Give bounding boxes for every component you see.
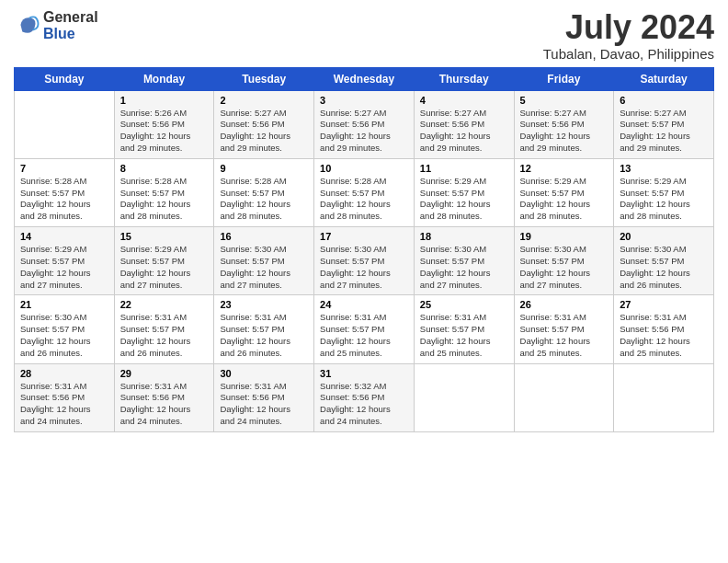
calendar-week-row: 14Sunrise: 5:29 AM Sunset: 5:57 PM Dayli… xyxy=(15,227,714,295)
calendar-cell: 9Sunrise: 5:28 AM Sunset: 5:57 PM Daylig… xyxy=(214,158,314,226)
day-info: Sunrise: 5:31 AM Sunset: 5:57 PM Dayligh… xyxy=(420,312,508,359)
calendar-cell: 14Sunrise: 5:29 AM Sunset: 5:57 PM Dayli… xyxy=(15,227,115,295)
calendar-cell: 5Sunrise: 5:27 AM Sunset: 5:56 PM Daylig… xyxy=(514,90,614,158)
day-info: Sunrise: 5:31 AM Sunset: 5:57 PM Dayligh… xyxy=(220,312,308,359)
calendar-header-cell: Sunday xyxy=(15,67,115,90)
day-number: 4 xyxy=(420,95,508,106)
day-info: Sunrise: 5:30 AM Sunset: 5:57 PM Dayligh… xyxy=(420,244,508,291)
calendar-body: 1Sunrise: 5:26 AM Sunset: 5:56 PM Daylig… xyxy=(15,90,714,431)
day-info: Sunrise: 5:28 AM Sunset: 5:57 PM Dayligh… xyxy=(320,176,408,223)
calendar-cell: 17Sunrise: 5:30 AM Sunset: 5:57 PM Dayli… xyxy=(314,227,415,295)
day-number: 30 xyxy=(220,368,308,379)
day-info: Sunrise: 5:26 AM Sunset: 5:56 PM Dayligh… xyxy=(120,108,209,155)
logo-text: General Blue xyxy=(43,9,98,42)
day-number: 27 xyxy=(620,299,708,310)
day-info: Sunrise: 5:30 AM Sunset: 5:57 PM Dayligh… xyxy=(520,244,609,291)
day-number: 16 xyxy=(220,231,308,242)
calendar-cell: 18Sunrise: 5:30 AM Sunset: 5:57 PM Dayli… xyxy=(414,227,514,295)
calendar-cell: 1Sunrise: 5:26 AM Sunset: 5:56 PM Daylig… xyxy=(114,90,214,158)
day-info: Sunrise: 5:28 AM Sunset: 5:57 PM Dayligh… xyxy=(120,176,209,223)
day-info: Sunrise: 5:29 AM Sunset: 5:57 PM Dayligh… xyxy=(20,244,108,291)
day-number: 12 xyxy=(520,163,609,174)
main-title: July 2024 xyxy=(543,9,714,46)
day-number: 31 xyxy=(320,368,408,379)
day-info: Sunrise: 5:31 AM Sunset: 5:56 PM Dayligh… xyxy=(620,312,708,359)
calendar-cell xyxy=(514,363,614,431)
day-number: 20 xyxy=(620,231,708,242)
logo: General Blue xyxy=(14,9,98,42)
day-number: 9 xyxy=(220,163,308,174)
day-info: Sunrise: 5:27 AM Sunset: 5:56 PM Dayligh… xyxy=(420,108,508,155)
day-number: 21 xyxy=(20,299,108,310)
calendar-header-cell: Wednesday xyxy=(314,67,415,90)
day-number: 15 xyxy=(120,231,209,242)
day-info: Sunrise: 5:27 AM Sunset: 5:56 PM Dayligh… xyxy=(520,108,609,155)
day-info: Sunrise: 5:28 AM Sunset: 5:57 PM Dayligh… xyxy=(220,176,308,223)
calendar-header-row: SundayMondayTuesdayWednesdayThursdayFrid… xyxy=(15,67,714,90)
title-block: July 2024 Tubalan, Davao, Philippines xyxy=(543,9,714,62)
day-info: Sunrise: 5:27 AM Sunset: 5:57 PM Dayligh… xyxy=(620,108,708,155)
calendar-cell: 21Sunrise: 5:30 AM Sunset: 5:57 PM Dayli… xyxy=(15,295,115,363)
calendar-cell: 16Sunrise: 5:30 AM Sunset: 5:57 PM Dayli… xyxy=(214,227,314,295)
page-container: General Blue July 2024 Tubalan, Davao, P… xyxy=(0,0,728,442)
calendar-cell: 7Sunrise: 5:28 AM Sunset: 5:57 PM Daylig… xyxy=(15,158,115,226)
day-info: Sunrise: 5:31 AM Sunset: 5:57 PM Dayligh… xyxy=(320,312,408,359)
calendar-cell xyxy=(614,363,714,431)
calendar-cell: 24Sunrise: 5:31 AM Sunset: 5:57 PM Dayli… xyxy=(314,295,415,363)
day-info: Sunrise: 5:30 AM Sunset: 5:57 PM Dayligh… xyxy=(20,312,108,359)
calendar-header-cell: Thursday xyxy=(414,67,514,90)
day-number: 17 xyxy=(320,231,408,242)
calendar-cell xyxy=(15,90,115,158)
header: General Blue July 2024 Tubalan, Davao, P… xyxy=(14,9,714,62)
calendar-week-row: 7Sunrise: 5:28 AM Sunset: 5:57 PM Daylig… xyxy=(15,158,714,226)
day-info: Sunrise: 5:27 AM Sunset: 5:56 PM Dayligh… xyxy=(320,108,408,155)
day-info: Sunrise: 5:28 AM Sunset: 5:57 PM Dayligh… xyxy=(20,176,108,223)
calendar-table: SundayMondayTuesdayWednesdayThursdayFrid… xyxy=(14,67,714,432)
day-number: 26 xyxy=(520,299,609,310)
day-info: Sunrise: 5:31 AM Sunset: 5:56 PM Dayligh… xyxy=(20,381,108,428)
day-number: 7 xyxy=(20,163,108,174)
day-number: 14 xyxy=(20,231,108,242)
calendar-cell: 19Sunrise: 5:30 AM Sunset: 5:57 PM Dayli… xyxy=(514,227,614,295)
calendar-cell: 12Sunrise: 5:29 AM Sunset: 5:57 PM Dayli… xyxy=(514,158,614,226)
day-number: 3 xyxy=(320,95,408,106)
calendar-cell: 26Sunrise: 5:31 AM Sunset: 5:57 PM Dayli… xyxy=(514,295,614,363)
calendar-week-row: 28Sunrise: 5:31 AM Sunset: 5:56 PM Dayli… xyxy=(15,363,714,431)
calendar-cell: 27Sunrise: 5:31 AM Sunset: 5:56 PM Dayli… xyxy=(614,295,714,363)
calendar-cell: 11Sunrise: 5:29 AM Sunset: 5:57 PM Dayli… xyxy=(414,158,514,226)
day-number: 29 xyxy=(120,368,209,379)
day-number: 6 xyxy=(620,95,708,106)
calendar-cell: 13Sunrise: 5:29 AM Sunset: 5:57 PM Dayli… xyxy=(614,158,714,226)
day-number: 24 xyxy=(320,299,408,310)
calendar-cell: 6Sunrise: 5:27 AM Sunset: 5:57 PM Daylig… xyxy=(614,90,714,158)
calendar-cell: 29Sunrise: 5:31 AM Sunset: 5:56 PM Dayli… xyxy=(114,363,214,431)
day-number: 13 xyxy=(620,163,708,174)
calendar-cell xyxy=(414,363,514,431)
day-number: 23 xyxy=(220,299,308,310)
calendar-header-cell: Tuesday xyxy=(214,67,314,90)
day-info: Sunrise: 5:32 AM Sunset: 5:56 PM Dayligh… xyxy=(320,381,408,428)
subtitle: Tubalan, Davao, Philippines xyxy=(543,46,714,62)
day-number: 10 xyxy=(320,163,408,174)
calendar-cell: 15Sunrise: 5:29 AM Sunset: 5:57 PM Dayli… xyxy=(114,227,214,295)
calendar-cell: 3Sunrise: 5:27 AM Sunset: 5:56 PM Daylig… xyxy=(314,90,415,158)
calendar-cell: 2Sunrise: 5:27 AM Sunset: 5:56 PM Daylig… xyxy=(214,90,314,158)
day-number: 5 xyxy=(520,95,609,106)
logo-icon xyxy=(14,13,40,39)
calendar-header-cell: Saturday xyxy=(614,67,714,90)
day-info: Sunrise: 5:31 AM Sunset: 5:57 PM Dayligh… xyxy=(120,312,209,359)
calendar-cell: 8Sunrise: 5:28 AM Sunset: 5:57 PM Daylig… xyxy=(114,158,214,226)
calendar-cell: 20Sunrise: 5:30 AM Sunset: 5:57 PM Dayli… xyxy=(614,227,714,295)
day-info: Sunrise: 5:27 AM Sunset: 5:56 PM Dayligh… xyxy=(220,108,308,155)
calendar-cell: 10Sunrise: 5:28 AM Sunset: 5:57 PM Dayli… xyxy=(314,158,415,226)
calendar-header-cell: Friday xyxy=(514,67,614,90)
calendar-cell: 31Sunrise: 5:32 AM Sunset: 5:56 PM Dayli… xyxy=(314,363,415,431)
calendar-cell: 28Sunrise: 5:31 AM Sunset: 5:56 PM Dayli… xyxy=(15,363,115,431)
calendar-week-row: 21Sunrise: 5:30 AM Sunset: 5:57 PM Dayli… xyxy=(15,295,714,363)
day-number: 11 xyxy=(420,163,508,174)
calendar-cell: 4Sunrise: 5:27 AM Sunset: 5:56 PM Daylig… xyxy=(414,90,514,158)
day-number: 22 xyxy=(120,299,209,310)
day-info: Sunrise: 5:29 AM Sunset: 5:57 PM Dayligh… xyxy=(520,176,609,223)
calendar-cell: 22Sunrise: 5:31 AM Sunset: 5:57 PM Dayli… xyxy=(114,295,214,363)
calendar-cell: 23Sunrise: 5:31 AM Sunset: 5:57 PM Dayli… xyxy=(214,295,314,363)
